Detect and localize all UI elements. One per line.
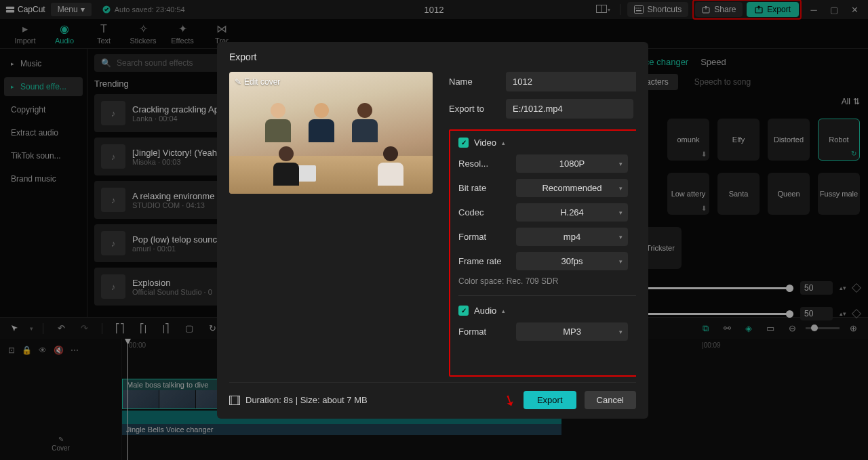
export-modal: Export ✎	[217, 42, 648, 419]
export-confirm-button[interactable]: Export	[524, 391, 576, 409]
red-arrow-annotation: ➘	[500, 390, 518, 411]
caret-down-icon: ▾	[619, 185, 623, 192]
caret-down-icon: ▾	[619, 161, 623, 167]
meeting-scene-image	[229, 72, 433, 194]
film-icon	[229, 396, 240, 405]
modal-left: ✎ Edit cover	[229, 72, 433, 377]
modal-title: Export	[229, 51, 636, 62]
footer-info: Duration: 8s | Size: about 7 MB	[229, 395, 368, 405]
audio-checkbox[interactable]: ✓	[458, 306, 469, 316]
exportto-label: Export to	[449, 104, 498, 114]
video-section-header: ✓ Video ▴	[458, 138, 636, 148]
modal-right: Name Export to ✓ Video ▴ Resol...1080P▾ …	[449, 72, 636, 377]
export-settings-box: ✓ Video ▴ Resol...1080P▾ Bit rateRecomme…	[449, 129, 636, 377]
name-label: Name	[449, 77, 498, 87]
exportto-row: Export to	[449, 98, 636, 119]
modal-footer: Duration: 8s | Size: about 7 MB ➘ Export…	[229, 382, 636, 409]
cover-preview[interactable]: ✎ Edit cover	[229, 72, 433, 194]
footer-buttons: ➘ Export Cancel	[503, 391, 636, 409]
framerate-select[interactable]: 30fps▾	[516, 252, 628, 270]
modal-body: ✎ Edit cover Name Export to ✓	[229, 72, 636, 377]
bitrate-select[interactable]: Recommended▾	[516, 179, 628, 197]
caret-down-icon: ▾	[619, 329, 623, 335]
audio-format-select[interactable]: MP3▾	[516, 322, 628, 341]
exportto-input[interactable]	[506, 99, 633, 119]
edit-cover-button[interactable]: ✎ Edit cover	[235, 77, 280, 87]
video-checkbox[interactable]: ✓	[458, 138, 469, 148]
colorspace-info: Color space: Rec. 709 SDR	[458, 276, 636, 286]
caret-up-icon[interactable]: ▴	[502, 308, 505, 314]
divider	[458, 295, 636, 296]
caret-up-icon[interactable]: ▴	[502, 140, 505, 146]
caret-down-icon: ▾	[619, 234, 623, 241]
audio-section-header: ✓ Audio ▴	[458, 306, 636, 316]
codec-select[interactable]: H.264▾	[516, 203, 628, 222]
cancel-button[interactable]: Cancel	[585, 391, 636, 409]
resolution-select[interactable]: 1080P▾	[516, 154, 628, 173]
caret-down-icon: ▾	[619, 209, 623, 216]
name-input[interactable]	[506, 72, 636, 91]
caret-down-icon: ▾	[619, 258, 623, 265]
pencil-icon: ✎	[235, 77, 241, 87]
name-row: Name	[449, 72, 636, 91]
format-select[interactable]: mp4▾	[516, 228, 628, 246]
